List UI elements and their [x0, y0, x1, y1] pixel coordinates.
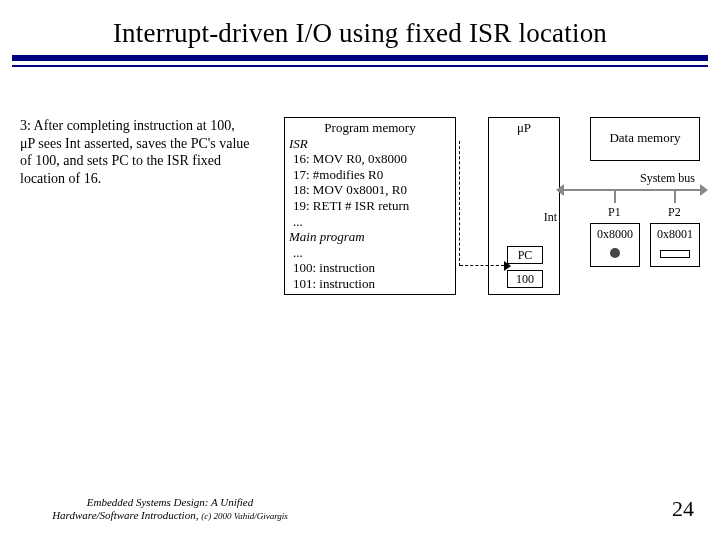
main-program-label: Main program [289, 229, 365, 244]
ellipsis-1: ... [289, 214, 451, 230]
program-memory-header: Program memory [289, 120, 451, 136]
microprocessor-box: μP Int PC 100 [488, 117, 560, 295]
isr-line-17: 17: #modifies R0 [289, 167, 451, 183]
footer-line1: Embedded Systems Design: A Unified [87, 496, 253, 508]
main-line-101: 101: instruction [289, 276, 451, 292]
port2-address: 0x8001 [651, 227, 699, 242]
microprocessor-label: μP [489, 118, 559, 136]
slide-title: Interrupt-driven I/O using fixed ISR loc… [0, 0, 720, 55]
isr-section-label: ISR [289, 136, 308, 151]
bus-connector-p1 [614, 189, 616, 203]
data-memory-box: Data memory [590, 117, 700, 161]
footer-copyright: (c) 2000 Vahid/Givargis [201, 511, 288, 521]
ellipsis-2: ... [289, 245, 451, 261]
divider-thick [12, 55, 708, 61]
system-bus-label: System bus [640, 171, 695, 186]
port1-label: P1 [608, 205, 621, 220]
port1-box: 0x8000 [590, 223, 640, 267]
footer-line2: Hardware/Software Introduction, [52, 509, 201, 521]
port2-register-icon [660, 250, 690, 258]
bus-arrow-right-icon [700, 184, 708, 196]
port2-box: 0x8001 [650, 223, 700, 267]
page-number: 24 [672, 496, 694, 522]
pc-register-label: PC [507, 246, 543, 264]
footer-citation: Embedded Systems Design: A Unified Hardw… [20, 496, 320, 522]
main-line-100: 100: instruction [289, 260, 451, 276]
isr-line-18: 18: MOV 0x8001, R0 [289, 182, 451, 198]
arrow-dashed-vertical [459, 141, 460, 266]
interrupt-pin-label: Int [544, 210, 557, 225]
isr-line-16: 16: MOV R0, 0x8000 [289, 151, 451, 167]
port2-label: P2 [668, 205, 681, 220]
step-explanation: 3: After completing instruction at 100, … [20, 117, 250, 187]
port1-address: 0x8000 [591, 227, 639, 242]
pc-register-value: 100 [507, 270, 543, 288]
bus-connector-p2 [674, 189, 676, 203]
bus-line [562, 189, 702, 191]
port1-data-icon [610, 248, 620, 258]
slide-content: 3: After completing instruction at 100, … [0, 67, 720, 427]
isr-line-19: 19: RETI # ISR return [289, 198, 451, 214]
program-memory-box: Program memory ISR 16: MOV R0, 0x8000 17… [284, 117, 456, 295]
